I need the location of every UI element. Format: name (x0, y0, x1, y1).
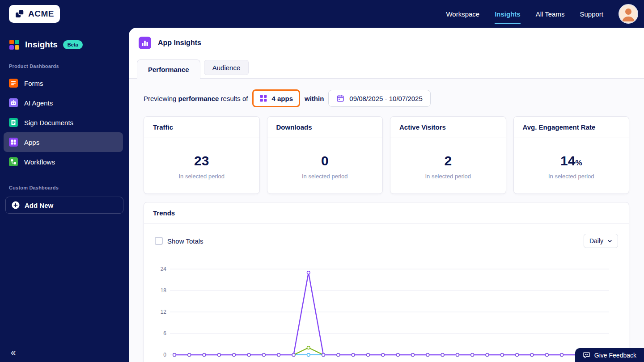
nav-support[interactable]: Support (580, 8, 603, 20)
sidebar-item-forms[interactable]: Forms (4, 73, 123, 93)
sidebar-item-workflows[interactable]: Workflows (4, 152, 123, 172)
user-avatar[interactable] (619, 4, 638, 24)
svg-text:6: 6 (163, 330, 166, 337)
forms-icon (9, 79, 18, 88)
top-bar: ACME Workspace Insights All Teams Suppor… (0, 0, 644, 28)
preview-text: Previewing performance results of (144, 95, 248, 102)
workflows-icon (9, 157, 18, 166)
sidebar-title-row: Insights Beta (0, 28, 129, 50)
apps-grid-icon (259, 94, 267, 102)
sidebar-item-label: Workflows (24, 158, 55, 166)
trends-chart: 06121824 (155, 256, 618, 362)
sidebar: Insights Beta Product Dashboards Forms A… (0, 28, 129, 362)
metric-value: 14 (560, 153, 575, 168)
svg-text:24: 24 (161, 266, 167, 272)
sidebar-item-sign-documents[interactable]: Sign Documents (4, 113, 123, 132)
add-new-label: Add New (25, 202, 53, 209)
show-totals-label: Show Totals (167, 237, 203, 245)
preview-emphasis: performance (178, 95, 219, 102)
nav-insights[interactable]: Insights (495, 8, 521, 20)
metric-card-engagement-rate: Avg. Engagement Rate 14% In selected per… (513, 116, 630, 194)
svg-text:12: 12 (161, 309, 167, 315)
show-totals-control[interactable]: Show Totals (155, 237, 203, 245)
svg-text:0: 0 (163, 352, 166, 358)
granularity-select[interactable]: Daily (584, 234, 618, 248)
sidebar-item-label: AI Agents (24, 99, 53, 107)
sign-documents-icon (9, 118, 18, 127)
metric-card-active-visitors: Active Visitors 2 In selected period (390, 116, 506, 194)
preview-prefix: Previewing (144, 95, 176, 102)
within-text: within (305, 95, 324, 102)
metric-suffix: % (575, 159, 582, 167)
metric-caption: In selected period (178, 173, 225, 180)
tabs: Performance Audience (137, 59, 249, 79)
svg-text:18: 18 (161, 287, 167, 294)
apps-chip-label: 4 apps (271, 95, 293, 102)
feedback-bubble-icon (583, 351, 590, 359)
metric-value: 2 (444, 153, 452, 168)
sidebar-item-label: Forms (24, 80, 43, 87)
panel-header: App Insights Performance Audience (129, 28, 644, 79)
metric-caption: In selected period (548, 173, 594, 180)
metric-title: Avg. Engagement Rate (514, 117, 629, 138)
metric-title: Active Visitors (390, 117, 506, 138)
main-panel: App Insights Performance Audience Previe… (129, 28, 644, 362)
sidebar-title: Insights (25, 40, 58, 50)
page-title: App Insights (158, 39, 201, 47)
sidebar-item-ai-agents[interactable]: AI Agents (4, 93, 123, 113)
sidebar-item-label: Sign Documents (24, 119, 73, 126)
show-totals-checkbox[interactable] (155, 237, 163, 245)
trends-card: Trends Show Totals Daily 06121824 (144, 202, 629, 362)
trends-controls: Show Totals Daily (144, 224, 629, 253)
beta-badge: Beta (63, 40, 83, 49)
give-feedback-button[interactable]: Give Feedback (575, 348, 644, 362)
acme-logo[interactable]: ACME (9, 5, 60, 23)
top-nav: Workspace Insights All Teams Support (446, 4, 638, 24)
tab-audience[interactable]: Audience (204, 60, 249, 75)
metric-card-traffic: Traffic 23 In selected period (144, 116, 260, 194)
granularity-value: Daily (589, 237, 603, 244)
nav-workspace[interactable]: Workspace (446, 8, 479, 20)
metric-caption: In selected period (425, 173, 471, 180)
metric-title: Downloads (267, 117, 383, 138)
metric-cards: Traffic 23 In selected period Downloads … (144, 116, 629, 194)
sidebar-item-apps[interactable]: Apps (4, 132, 123, 152)
sidebar-menu: Forms AI Agents Sign Documents Apps Work… (0, 73, 129, 172)
add-new-button[interactable]: Add New (5, 197, 123, 214)
acme-logo-icon (15, 9, 25, 19)
sidebar-item-label: Apps (24, 139, 39, 146)
date-range-label: 09/08/2025 - 10/07/2025 (349, 95, 422, 102)
metric-value: 23 (194, 153, 209, 168)
apps-icon (9, 138, 18, 147)
calendar-icon (336, 94, 344, 102)
apps-selector-chip[interactable]: 4 apps (252, 89, 300, 107)
date-range-picker[interactable]: 09/08/2025 - 10/07/2025 (328, 90, 430, 107)
plus-circle-icon (11, 201, 20, 210)
preview-suffix: results of (221, 95, 248, 102)
metric-value: 0 (321, 153, 329, 168)
trends-chart-svg: 06121824 (155, 256, 616, 362)
metric-card-downloads: Downloads 0 In selected period (267, 116, 383, 194)
trends-title: Trends (144, 202, 629, 224)
insights-product-icon (9, 39, 20, 50)
section-custom-dashboards: Custom Dashboards (9, 185, 120, 190)
chevron-down-icon (607, 239, 612, 244)
nav-all-teams[interactable]: All Teams (536, 8, 565, 20)
preview-row: Previewing performance results of 4 apps… (144, 89, 629, 107)
metric-title: Traffic (144, 117, 259, 138)
feedback-label: Give Feedback (594, 352, 636, 359)
tab-performance[interactable]: Performance (137, 59, 200, 79)
ai-agents-icon (9, 98, 18, 107)
sidebar-collapse-button[interactable]: « (11, 347, 16, 358)
panel-body: Previewing performance results of 4 apps… (129, 79, 644, 362)
section-product-dashboards: Product Dashboards (9, 63, 120, 69)
metric-caption: In selected period (302, 173, 348, 180)
acme-logo-text: ACME (28, 9, 54, 19)
app-insights-icon (139, 37, 151, 49)
app-title-row: App Insights (139, 37, 201, 49)
